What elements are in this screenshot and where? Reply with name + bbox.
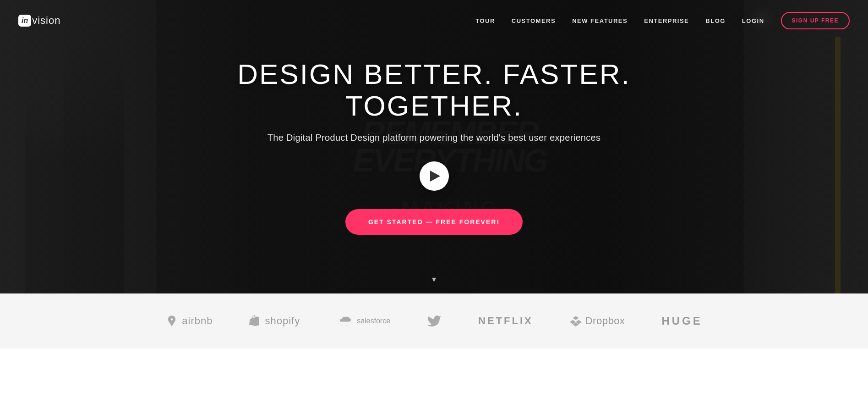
- nav-customers[interactable]: CUSTOMERS: [512, 17, 556, 24]
- shopify-icon: [249, 315, 261, 327]
- partner-logo-airbnb: airbnb: [165, 315, 213, 327]
- partner-logo-netflix: NETFLIX: [478, 315, 533, 327]
- hero-content: DESIGN BETTER. FASTER. TOGETHER. The Dig…: [228, 59, 640, 234]
- salesforce-label: salesforce: [357, 317, 390, 325]
- logo-in-text: in: [22, 17, 28, 25]
- dropbox-icon: [570, 315, 582, 327]
- partner-logo-twitter: [427, 314, 442, 328]
- salesforce-icon: [337, 315, 353, 327]
- hero-section: REMEMBEREVERYTHING OVER MAKING DESIGN BE…: [0, 0, 868, 293]
- hero-headline: DESIGN BETTER. FASTER. TOGETHER.: [237, 59, 631, 121]
- partner-logo-dropbox: Dropbox: [570, 315, 625, 327]
- signup-button[interactable]: SIGN UP FREE: [781, 12, 850, 29]
- huge-label: HUGE: [661, 315, 702, 327]
- nav-blog[interactable]: BLOG: [705, 17, 726, 24]
- airbnb-label: airbnb: [182, 315, 213, 327]
- play-icon: [430, 171, 440, 182]
- logo-vision-text: vision: [32, 15, 60, 27]
- partner-logo-shopify: shopify: [249, 315, 300, 327]
- logo[interactable]: in vision: [18, 15, 60, 27]
- hero-subheadline: The Digital Product Design platform powe…: [237, 133, 631, 143]
- airbnb-icon: [165, 315, 178, 327]
- scroll-indicator[interactable]: ▾: [432, 274, 436, 284]
- netflix-label: NETFLIX: [478, 315, 533, 327]
- logo-box: in: [18, 15, 31, 27]
- nav-enterprise[interactable]: ENTERPRISE: [644, 17, 689, 24]
- shopify-label: shopify: [265, 315, 300, 327]
- twitter-icon: [427, 314, 442, 328]
- nav-login[interactable]: LOGIN: [742, 17, 764, 24]
- logos-section: airbnb shopify salesforce NETFLIX Dropbo…: [0, 293, 868, 349]
- dropbox-label: Dropbox: [585, 315, 625, 327]
- partner-logo-huge: HUGE: [661, 315, 702, 327]
- play-button[interactable]: [420, 161, 449, 191]
- cta-button[interactable]: GET STARTED — FREE FOREVER!: [345, 209, 523, 235]
- partner-logo-salesforce: salesforce: [337, 315, 390, 327]
- header: in vision TOUR CUSTOMERS NEW FEATURES EN…: [0, 0, 868, 41]
- main-nav: TOUR CUSTOMERS NEW FEATURES ENTERPRISE B…: [475, 12, 850, 29]
- nav-new-features[interactable]: NEW FEATURES: [572, 17, 628, 24]
- nav-tour[interactable]: TOUR: [475, 17, 495, 24]
